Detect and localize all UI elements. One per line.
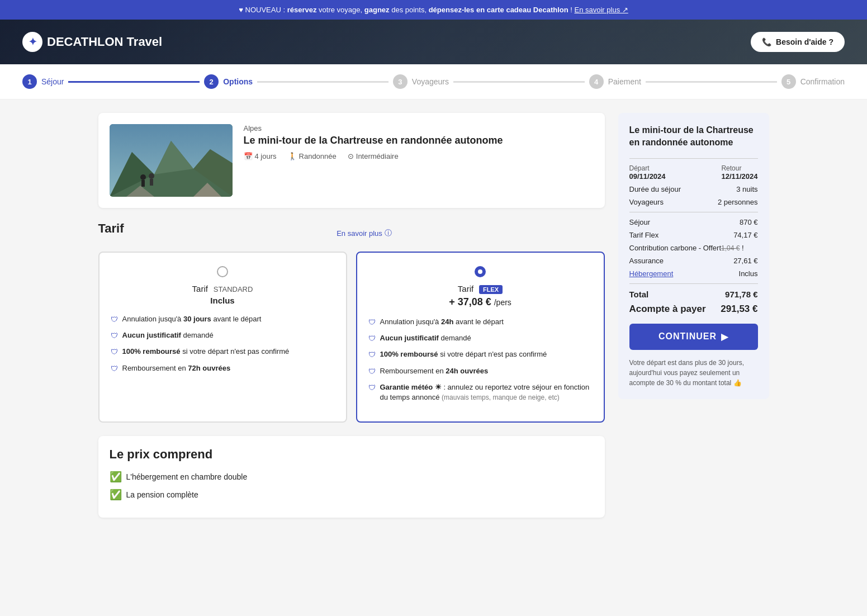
summary-divider-3 (629, 283, 758, 284)
step-3-label: Voyageurs (412, 77, 449, 86)
summary-dates: Départ 09/11/2024 Retour 12/11/2024 (629, 164, 758, 181)
price-item: ✅ La pension complète (110, 489, 594, 501)
trip-card: Alpes Le mini-tour de la Chartreuse en r… (98, 113, 605, 208)
price-includes-title: Le prix comprend (110, 447, 594, 462)
feature-item: 🛡 Remboursement en 72h ouvrées (111, 363, 335, 374)
continuer-button[interactable]: CONTINUER ▶ (629, 324, 758, 350)
summary-sejour: Séjour 870 € (629, 218, 758, 226)
check-icon: 🛡 (368, 383, 376, 393)
trip-days: 📅 4 jours (244, 152, 277, 160)
step-options[interactable]: 2 Options (204, 74, 253, 89)
step-5-label: Confirmation (800, 77, 845, 86)
tarif-flex-price: + 37,08 € /pers (368, 296, 593, 308)
summary-duree: Durée du séjour 3 nuits (629, 185, 758, 193)
feature-item: 🛡 100% remboursé si votre départ n'est p… (111, 347, 335, 357)
step-2-label: Options (223, 77, 253, 86)
hebergement-link[interactable]: Hébergement (629, 269, 674, 278)
step-line-4 (646, 81, 777, 83)
help-button[interactable]: 📞 Besoin d'aide ? (751, 32, 845, 52)
summary-divider-2 (629, 212, 758, 212)
banner-text: ♥ NOUVEAU : réservez votre voyage, gagne… (239, 6, 628, 14)
summary-title: Le mini-tour de la Chartreuse en randonn… (629, 124, 758, 149)
left-panel: Alpes Le mini-tour de la Chartreuse en r… (98, 113, 605, 518)
check-icon: 🛡 (368, 334, 376, 344)
summary-tariflex: Tarif Flex 74,17 € (629, 231, 758, 239)
summary-divider-1 (629, 158, 758, 159)
radio-standard[interactable] (217, 266, 228, 277)
info-icon: ⓘ (385, 228, 392, 238)
tarif-flex-header: Tarif FLEX + 37,08 € /pers (368, 266, 593, 308)
tarif-flex-features: 🛡 Annulation jusqu'à 24h avant le départ… (368, 317, 593, 402)
phone-icon: 📞 (762, 37, 771, 46)
right-panel: Le mini-tour de la Chartreuse en randonn… (618, 113, 769, 399)
stepper: 1 Séjour 2 Options 3 Voyageurs 4 Paiemen… (0, 64, 867, 99)
check-icon: 🛡 (368, 350, 376, 360)
top-banner: ♥ NOUVEAU : réservez votre voyage, gagne… (0, 0, 867, 20)
summary-note: Votre départ est dans plus de 30 jours, … (629, 358, 758, 388)
step-confirmation[interactable]: 5 Confirmation (781, 74, 845, 89)
summary-acompte: Acompte à payer 291,53 € (629, 304, 758, 315)
radio-flex[interactable] (475, 266, 486, 277)
feature-item: 🛡 Aucun justificatif demandé (368, 333, 593, 344)
tarif-flex-name: Tarif FLEX (368, 284, 593, 294)
check-icon: 🛡 (111, 364, 118, 374)
svg-rect-8 (150, 179, 153, 186)
trip-level: ⊙ Intermédiaire (348, 152, 399, 160)
check-icon: 🛡 (111, 331, 118, 341)
summary-total: Total 971,78 € (629, 290, 758, 299)
level-icon: ⊙ (348, 152, 354, 160)
tarif-card-flex[interactable]: Tarif FLEX + 37,08 € /pers 🛡 Annulation … (356, 252, 605, 423)
step-3-circle: 3 (393, 74, 408, 89)
trip-activity: 🚶 Randonnée (288, 152, 337, 160)
trip-region: Alpes (244, 124, 594, 132)
tarif-standard-name: Tarif STANDARD (111, 284, 335, 293)
logo: ✦ DECATHLON Travel (22, 32, 162, 52)
logo-icon: ✦ (22, 32, 42, 52)
step-paiement[interactable]: 4 Paiement (589, 74, 641, 89)
tarif-card-standard[interactable]: Tarif STANDARD Inclus 🛡 Annulation jusqu… (98, 252, 347, 423)
feature-item: 🛡 100% remboursé si votre départ n'est p… (368, 349, 593, 360)
banner-link[interactable]: En savoir plus ↗ (575, 6, 628, 14)
step-voyageurs[interactable]: 3 Voyageurs (393, 74, 449, 89)
svg-rect-6 (141, 180, 145, 187)
en-savoir-link[interactable]: En savoir plus ⓘ (337, 228, 392, 238)
check-icon: 🛡 (111, 347, 118, 357)
step-line-1 (68, 81, 200, 83)
trip-info: Alpes Le mini-tour de la Chartreuse en r… (244, 124, 594, 197)
check-icon: 🛡 (111, 315, 118, 325)
summary-assurance: Assurance 27,61 € (629, 257, 758, 265)
svg-point-5 (140, 174, 146, 180)
summary-hebergement: Hébergement Inclus (629, 269, 758, 278)
tarif-title: Tarif (98, 221, 124, 236)
trip-meta: 📅 4 jours 🚶 Randonnée ⊙ Intermédiaire (244, 152, 594, 160)
calendar-icon: 📅 (244, 152, 253, 160)
tarif-standard-header: Tarif STANDARD Inclus (111, 266, 335, 305)
logo-text: DECATHLON Travel (47, 35, 162, 49)
step-1-label: Séjour (41, 77, 64, 86)
green-check-icon: ✅ (110, 489, 122, 501)
step-4-label: Paiement (608, 77, 641, 86)
trip-image (110, 124, 233, 197)
summary-contribution: Contribution carbone - Offert1,04 € ! (629, 244, 758, 252)
step-1-circle: 1 (22, 74, 37, 89)
feature-item: 🛡 Aucun justificatif demandé (111, 330, 335, 341)
feature-item: 🛡 Annulation jusqu'à 30 jours avant le d… (111, 314, 335, 325)
price-item: ✅ L'hébergement en chambre double (110, 471, 594, 483)
step-line-3 (453, 81, 585, 83)
step-2-circle: 2 (204, 74, 219, 89)
feature-item: 🛡 Annulation jusqu'à 24h avant le départ (368, 317, 593, 328)
price-includes-list: ✅ L'hébergement en chambre double ✅ La p… (110, 471, 594, 501)
price-includes: Le prix comprend ✅ L'hébergement en cham… (98, 436, 605, 518)
check-icon: 🛡 (368, 318, 376, 328)
check-icon: 🛡 (368, 367, 376, 377)
tarif-standard-features: 🛡 Annulation jusqu'à 30 jours avant le d… (111, 314, 335, 374)
step-line-2 (257, 81, 389, 83)
step-sejour[interactable]: 1 Séjour (22, 74, 64, 89)
tarif-header-row: Tarif En savoir plus ⓘ (98, 221, 605, 245)
feature-item: 🛡 Garantie météo ☀ : annulez ou reportez… (368, 382, 593, 402)
hiking-icon: 🚶 (288, 152, 297, 160)
tarif-section: Tarif En savoir plus ⓘ Tarif STANDARD (98, 221, 605, 423)
arrow-icon: ▶ (721, 331, 728, 342)
tarif-standard-inclus: Inclus (111, 296, 335, 305)
summary-box: Le mini-tour de la Chartreuse en randonn… (618, 113, 769, 399)
